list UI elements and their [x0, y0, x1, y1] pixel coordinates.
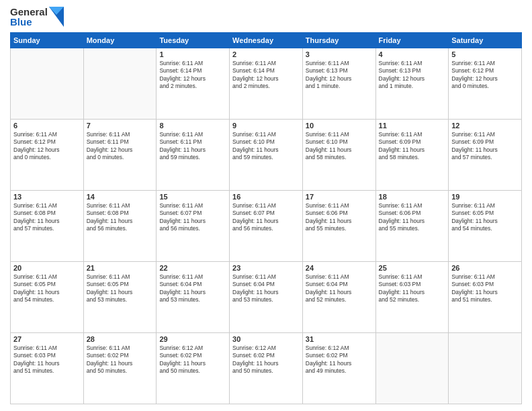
- calendar-cell: 31Sunrise: 6:12 AM Sunset: 6:02 PM Dayli…: [302, 333, 375, 404]
- cell-content: Sunrise: 6:11 AM Sunset: 6:14 PM Dayligh…: [232, 60, 300, 91]
- day-number: 21: [87, 264, 154, 272]
- cell-content: Sunrise: 6:11 AM Sunset: 6:11 PM Dayligh…: [87, 131, 154, 162]
- day-number: 24: [306, 264, 373, 272]
- day-number: 22: [159, 264, 226, 272]
- calendar-cell: [375, 333, 449, 404]
- calendar-cell: 3Sunrise: 6:11 AM Sunset: 6:13 PM Daylig…: [302, 48, 375, 120]
- calendar-cell: 28Sunrise: 6:11 AM Sunset: 6:02 PM Dayli…: [83, 333, 157, 404]
- calendar-header-saturday: Saturday: [449, 33, 522, 48]
- logo-blue: Blue: [10, 17, 48, 27]
- day-number: 29: [159, 335, 226, 343]
- calendar-cell: 24Sunrise: 6:11 AM Sunset: 6:04 PM Dayli…: [302, 262, 375, 333]
- day-number: 12: [451, 122, 519, 130]
- day-number: 7: [87, 122, 154, 130]
- cell-content: Sunrise: 6:11 AM Sunset: 6:08 PM Dayligh…: [13, 202, 81, 233]
- cell-content: Sunrise: 6:11 AM Sunset: 6:05 PM Dayligh…: [13, 273, 81, 304]
- day-number: 30: [232, 335, 300, 343]
- cell-content: Sunrise: 6:11 AM Sunset: 6:11 PM Dayligh…: [159, 131, 226, 162]
- calendar-cell: 14Sunrise: 6:11 AM Sunset: 6:08 PM Dayli…: [83, 191, 157, 262]
- day-number: 14: [87, 193, 154, 201]
- cell-content: Sunrise: 6:11 AM Sunset: 6:12 PM Dayligh…: [451, 60, 519, 91]
- cell-content: Sunrise: 6:11 AM Sunset: 6:10 PM Dayligh…: [306, 131, 373, 162]
- calendar-cell: 18Sunrise: 6:11 AM Sunset: 6:06 PM Dayli…: [375, 191, 449, 262]
- calendar-cell: 15Sunrise: 6:11 AM Sunset: 6:07 PM Dayli…: [157, 191, 230, 262]
- calendar-cell: 2Sunrise: 6:11 AM Sunset: 6:14 PM Daylig…: [230, 48, 303, 120]
- calendar-cell: 29Sunrise: 6:12 AM Sunset: 6:02 PM Dayli…: [157, 333, 230, 404]
- calendar-cell: 5Sunrise: 6:11 AM Sunset: 6:12 PM Daylig…: [449, 48, 522, 120]
- calendar-cell: [449, 333, 522, 404]
- calendar-cell: 30Sunrise: 6:12 AM Sunset: 6:02 PM Dayli…: [230, 333, 303, 404]
- day-number: 3: [306, 50, 373, 58]
- calendar-header-friday: Friday: [375, 33, 449, 48]
- calendar-cell: 9Sunrise: 6:11 AM Sunset: 6:10 PM Daylig…: [230, 120, 303, 191]
- calendar-header-row: SundayMondayTuesdayWednesdayThursdayFrid…: [11, 33, 522, 48]
- day-number: 25: [379, 264, 446, 272]
- day-number: 1: [159, 50, 226, 58]
- calendar-cell: [11, 48, 84, 120]
- day-number: 18: [379, 193, 446, 201]
- calendar-cell: 21Sunrise: 6:11 AM Sunset: 6:05 PM Dayli…: [83, 262, 157, 333]
- cell-content: Sunrise: 6:11 AM Sunset: 6:05 PM Dayligh…: [451, 202, 519, 233]
- cell-content: Sunrise: 6:11 AM Sunset: 6:12 PM Dayligh…: [13, 131, 81, 162]
- day-number: 10: [306, 122, 373, 130]
- calendar-cell: 10Sunrise: 6:11 AM Sunset: 6:10 PM Dayli…: [302, 120, 375, 191]
- day-number: 15: [159, 193, 226, 201]
- cell-content: Sunrise: 6:11 AM Sunset: 6:07 PM Dayligh…: [159, 202, 226, 233]
- day-number: 23: [232, 264, 300, 272]
- calendar-table: SundayMondayTuesdayWednesdayThursdayFrid…: [10, 32, 522, 404]
- cell-content: Sunrise: 6:11 AM Sunset: 6:09 PM Dayligh…: [451, 131, 519, 162]
- cell-content: Sunrise: 6:11 AM Sunset: 6:06 PM Dayligh…: [306, 202, 373, 233]
- cell-content: Sunrise: 6:11 AM Sunset: 6:10 PM Dayligh…: [232, 131, 300, 162]
- calendar-cell: 12Sunrise: 6:11 AM Sunset: 6:09 PM Dayli…: [449, 120, 522, 191]
- calendar-cell: 8Sunrise: 6:11 AM Sunset: 6:11 PM Daylig…: [157, 120, 230, 191]
- day-number: 11: [379, 122, 446, 130]
- calendar-cell: 22Sunrise: 6:11 AM Sunset: 6:04 PM Dayli…: [157, 262, 230, 333]
- calendar-cell: 17Sunrise: 6:11 AM Sunset: 6:06 PM Dayli…: [302, 191, 375, 262]
- calendar-cell: 13Sunrise: 6:11 AM Sunset: 6:08 PM Dayli…: [11, 191, 84, 262]
- day-number: 13: [13, 193, 81, 201]
- calendar-week-row: 27Sunrise: 6:11 AM Sunset: 6:03 PM Dayli…: [11, 333, 522, 404]
- day-number: 26: [451, 264, 519, 272]
- cell-content: Sunrise: 6:12 AM Sunset: 6:02 PM Dayligh…: [306, 345, 373, 375]
- calendar-cell: 23Sunrise: 6:11 AM Sunset: 6:04 PM Dayli…: [230, 262, 303, 333]
- calendar-cell: 20Sunrise: 6:11 AM Sunset: 6:05 PM Dayli…: [11, 262, 84, 333]
- cell-content: Sunrise: 6:11 AM Sunset: 6:05 PM Dayligh…: [87, 273, 154, 304]
- calendar-header-wednesday: Wednesday: [230, 33, 303, 48]
- cell-content: Sunrise: 6:11 AM Sunset: 6:06 PM Dayligh…: [379, 202, 446, 233]
- day-number: 20: [13, 264, 81, 272]
- cell-content: Sunrise: 6:11 AM Sunset: 6:08 PM Dayligh…: [87, 202, 154, 233]
- calendar-week-row: 20Sunrise: 6:11 AM Sunset: 6:05 PM Dayli…: [11, 262, 522, 333]
- day-number: 31: [306, 335, 373, 343]
- cell-content: Sunrise: 6:11 AM Sunset: 6:04 PM Dayligh…: [159, 273, 226, 304]
- day-number: 6: [13, 122, 81, 130]
- cell-content: Sunrise: 6:12 AM Sunset: 6:02 PM Dayligh…: [159, 345, 226, 375]
- day-number: 4: [379, 50, 446, 58]
- day-number: 27: [13, 335, 81, 343]
- day-number: 28: [87, 335, 154, 343]
- cell-content: Sunrise: 6:11 AM Sunset: 6:14 PM Dayligh…: [159, 60, 226, 91]
- cell-content: Sunrise: 6:11 AM Sunset: 6:03 PM Dayligh…: [379, 273, 446, 304]
- calendar-cell: 1Sunrise: 6:11 AM Sunset: 6:14 PM Daylig…: [157, 48, 230, 120]
- day-number: 17: [306, 193, 373, 201]
- logo: General Blue: [10, 7, 64, 27]
- calendar-cell: [83, 48, 157, 120]
- calendar-cell: 26Sunrise: 6:11 AM Sunset: 6:03 PM Dayli…: [449, 262, 522, 333]
- calendar-cell: 16Sunrise: 6:11 AM Sunset: 6:07 PM Dayli…: [230, 191, 303, 262]
- cell-content: Sunrise: 6:11 AM Sunset: 6:02 PM Dayligh…: [87, 345, 154, 375]
- day-number: 19: [451, 193, 519, 201]
- cell-content: Sunrise: 6:11 AM Sunset: 6:09 PM Dayligh…: [379, 131, 446, 162]
- calendar-page: General Blue SundayMondayTuesdayWednesda…: [0, 0, 532, 411]
- logo-container: General Blue: [10, 7, 64, 27]
- calendar-header-sunday: Sunday: [11, 33, 84, 48]
- cell-content: Sunrise: 6:11 AM Sunset: 6:03 PM Dayligh…: [451, 273, 519, 304]
- cell-content: Sunrise: 6:11 AM Sunset: 6:13 PM Dayligh…: [379, 60, 446, 91]
- cell-content: Sunrise: 6:11 AM Sunset: 6:03 PM Dayligh…: [13, 345, 81, 375]
- logo-text-group: General Blue: [10, 7, 48, 27]
- header: General Blue: [10, 7, 522, 27]
- calendar-cell: 4Sunrise: 6:11 AM Sunset: 6:13 PM Daylig…: [375, 48, 449, 120]
- logo-triangle-icon: [49, 7, 64, 27]
- logo-general: General: [10, 7, 48, 17]
- calendar-week-row: 1Sunrise: 6:11 AM Sunset: 6:14 PM Daylig…: [11, 48, 522, 120]
- calendar-cell: 25Sunrise: 6:11 AM Sunset: 6:03 PM Dayli…: [375, 262, 449, 333]
- day-number: 5: [451, 50, 519, 58]
